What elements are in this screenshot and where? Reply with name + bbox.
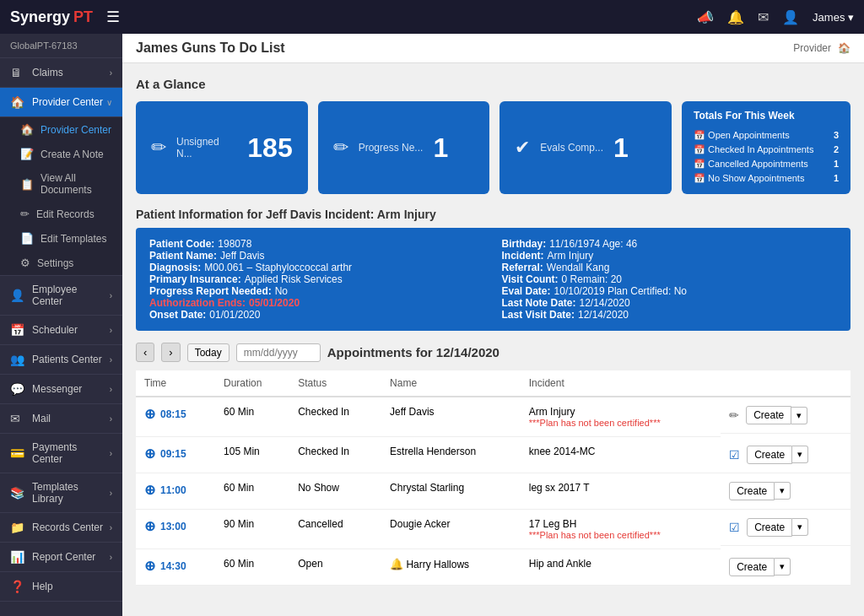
create-button[interactable]: Create xyxy=(746,406,791,424)
scheduler-icon: 📅 xyxy=(10,323,25,337)
appt-status-cell: Checked In xyxy=(289,397,381,437)
sidebar-item-provider-center-sub[interactable]: 🏠 Provider Center xyxy=(0,117,122,142)
hamburger-menu[interactable]: ☰ xyxy=(106,8,120,26)
add-time-icon[interactable]: ⊕ xyxy=(144,446,155,462)
appointments-title: Appointments for 12/14/2020 xyxy=(327,345,500,359)
sidebar-label-templates: Templates Library xyxy=(32,481,110,505)
glance-card-progress[interactable]: ✏ Progress Ne... 1 xyxy=(318,101,490,194)
sidebar-item-payments-center[interactable]: 💳 Payments Center › xyxy=(0,434,122,473)
provider-sub-icon: 🏠 xyxy=(20,123,34,136)
appt-next-button[interactable]: › xyxy=(161,343,180,362)
check-record-icon[interactable]: ☑ xyxy=(729,521,740,534)
totals-noshow-value: 1 xyxy=(834,173,839,184)
sidebar-item-settings[interactable]: ⚙ Settings xyxy=(0,251,122,275)
sidebar-item-patients-center[interactable]: 👥 Patients Center › xyxy=(0,345,122,375)
appt-incident-cell: Arm Injury***Plan has not been certified… xyxy=(521,397,721,437)
templates-arrow: › xyxy=(110,489,112,498)
sidebar-item-edit-templates[interactable]: 📄 Edit Templates xyxy=(0,226,122,251)
create-button[interactable]: Create xyxy=(729,482,775,500)
create-dropdown-arrow[interactable]: ▾ xyxy=(775,482,791,500)
incident-main: leg sx 2017 T xyxy=(529,482,712,494)
appt-actions-cell: Create ▾ xyxy=(721,473,850,510)
help-icon: ❓ xyxy=(10,580,25,593)
create-button[interactable]: Create xyxy=(747,446,792,464)
sidebar-item-help[interactable]: ❓ Help xyxy=(0,572,122,602)
table-header: Time Duration Status Name Incident xyxy=(136,370,850,397)
patient-info-header: Patient Information for Jeff Davis Incid… xyxy=(136,208,850,221)
megaphone-icon[interactable]: 📣 xyxy=(697,9,714,25)
appointments-header-row: ‹ › Today Appointments for 12/14/2020 xyxy=(136,343,850,362)
create-button[interactable]: Create xyxy=(729,558,775,576)
pi-birthday: Birthday: 11/16/1974 Age: 46 xyxy=(502,238,838,250)
pi-eval-date: Eval Date: 10/10/2019 Plan Certified: No xyxy=(502,285,838,297)
pi-last-visit-label: Last Visit Date: xyxy=(502,309,575,321)
sidebar-item-templates-library[interactable]: 📚 Templates Library › xyxy=(0,473,122,513)
create-dropdown-arrow[interactable]: ▾ xyxy=(792,518,808,536)
sidebar-label-messenger: Messenger xyxy=(32,383,110,395)
user-avatar-icon[interactable]: 👤 xyxy=(782,9,799,25)
scheduler-arrow: › xyxy=(110,326,112,335)
patient-info-box: Patient Code: 198078 Patient Name: Jeff … xyxy=(136,228,850,331)
pi-onset: Onset Date: 01/01/2020 xyxy=(149,309,485,321)
sidebar-item-create-note[interactable]: 📝 Create A Note xyxy=(0,142,122,166)
sidebar-label-patients: Patients Center xyxy=(32,354,110,365)
content-scroll: At a Glance ✏ Unsigned N... 185 ✏ Progre… xyxy=(122,63,864,616)
breadcrumb-home-icon[interactable]: 🏠 xyxy=(838,42,850,54)
appt-date-input[interactable] xyxy=(236,343,321,362)
sidebar-item-records-center[interactable]: 📁 Records Center › xyxy=(0,513,122,543)
unsigned-icon: ✏ xyxy=(151,137,166,159)
sidebar-item-claims[interactable]: 🖥 Claims › xyxy=(0,58,122,88)
pi-visit-label: Visit Count: xyxy=(502,273,559,285)
progress-text: Progress Ne... xyxy=(359,142,424,154)
sidebar-item-messenger[interactable]: 💬 Messenger › xyxy=(0,375,122,404)
sidebar-label-provider: Provider Center xyxy=(32,96,106,108)
add-time-icon[interactable]: ⊕ xyxy=(144,558,155,574)
content-header: James Guns To Do List Provider 🏠 xyxy=(122,34,864,63)
pi-auth-label: Authorization Ends: xyxy=(149,297,246,309)
appt-incident-cell: Hip and Ankle xyxy=(521,549,721,586)
glance-card-unsigned[interactable]: ✏ Unsigned N... 185 xyxy=(136,101,308,194)
pi-progress-report: Progress Report Needed: No xyxy=(149,285,485,297)
sidebar-item-view-documents[interactable]: 📋 View All Documents xyxy=(0,166,122,202)
create-button[interactable]: Create xyxy=(747,518,792,537)
col-actions xyxy=(721,370,850,397)
sidebar-item-edit-records[interactable]: ✏ Edit Records xyxy=(0,202,122,226)
add-time-icon[interactable]: ⊕ xyxy=(144,482,155,498)
mail-icon[interactable]: ✉ xyxy=(758,9,769,25)
appt-today-button[interactable]: Today xyxy=(187,343,230,362)
add-time-icon[interactable]: ⊕ xyxy=(144,406,155,422)
sidebar-item-report-center[interactable]: 📊 Report Center › xyxy=(0,543,122,572)
create-dropdown-arrow[interactable]: ▾ xyxy=(775,558,791,575)
glance-card-evals[interactable]: ✔ Evals Comp... 1 xyxy=(500,101,672,194)
time-cell-content: ⊕ 09:15 xyxy=(144,446,207,462)
create-dropdown-arrow[interactable]: ▾ xyxy=(791,407,807,424)
evals-label: Evals Comp... xyxy=(540,142,603,154)
appt-name-cell: Jeff Davis xyxy=(381,397,521,437)
user-menu[interactable]: James ▾ xyxy=(813,11,854,24)
create-dropdown: Create ▾ xyxy=(729,558,791,576)
pi-insurance: Primary Insurance: Applied Risk Services xyxy=(149,273,485,285)
pi-last-note-label: Last Note Date: xyxy=(502,297,576,309)
sidebar-item-employee-center[interactable]: 👤 Employee Center › xyxy=(0,276,122,316)
patient-name: Harry Hallows xyxy=(406,559,469,570)
check-record-icon[interactable]: ☑ xyxy=(729,448,740,462)
sidebar-label-view-docs: View All Documents xyxy=(40,172,112,196)
sidebar-label-claims: Claims xyxy=(32,67,110,78)
table-row: ⊕ 08:15 60 MinChecked InJeff DavisArm In… xyxy=(136,397,850,437)
sidebar-item-mail[interactable]: ✉ Mail › xyxy=(0,404,122,434)
sidebar-label-edit-records: Edit Records xyxy=(36,208,94,220)
pi-incident: Incident: Arm Injury xyxy=(502,250,838,262)
edit-record-icon[interactable]: ✏ xyxy=(729,408,739,422)
appt-duration-cell: 105 Min xyxy=(215,437,289,473)
create-dropdown: Create ▾ xyxy=(746,406,807,424)
create-dropdown-arrow[interactable]: ▾ xyxy=(792,446,808,463)
totals-card: Totals For This Week 📅 Open Appointments… xyxy=(682,101,850,194)
provider-submenu: 🏠 Provider Center 📝 Create A Note 📋 View… xyxy=(0,117,122,276)
sidebar-item-provider-center[interactable]: 🏠 Provider Center ∨ xyxy=(0,88,122,117)
bell-notification-icon[interactable]: 🔔 xyxy=(727,9,744,25)
totals-cancelled: 📅 Cancelled Appointments 1 xyxy=(694,157,839,171)
add-time-icon[interactable]: ⊕ xyxy=(144,518,155,534)
at-a-glance-title: At a Glance xyxy=(136,77,850,91)
appt-prev-button[interactable]: ‹ xyxy=(136,343,154,362)
sidebar-item-scheduler[interactable]: 📅 Scheduler › xyxy=(0,316,122,345)
